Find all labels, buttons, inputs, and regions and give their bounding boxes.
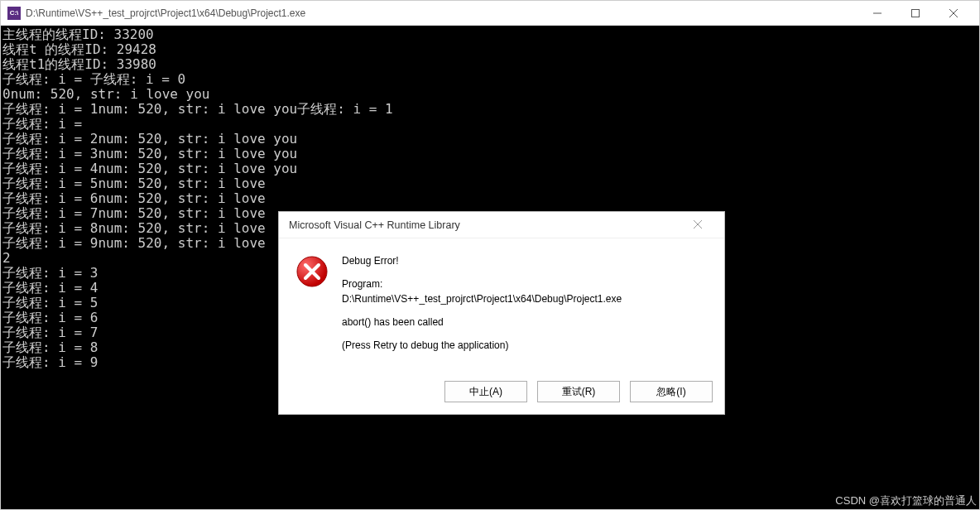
maximize-icon [911, 9, 920, 17]
close-icon [949, 9, 958, 17]
dialog-content: Debug Error! Program: D:\Runtime\VS++_te… [342, 253, 708, 361]
window-title: D:\Runtime\VS++_test_projrct\Project1\x6… [26, 7, 858, 19]
error-dialog: Microsoft Visual C++ Runtime Library Deb… [278, 211, 725, 415]
close-button[interactable] [934, 1, 973, 26]
dialog-title: Microsoft Visual C++ Runtime Library [289, 219, 681, 231]
minimize-icon [873, 9, 882, 17]
minimize-button[interactable] [858, 1, 896, 26]
dialog-message: abort() has been called [342, 315, 708, 330]
retry-button[interactable]: 重试(R) [537, 381, 620, 402]
titlebar: C:\ D:\Runtime\VS++_test_projrct\Project… [1, 1, 979, 26]
close-icon [694, 220, 702, 229]
dialog-titlebar: Microsoft Visual C++ Runtime Library [279, 212, 724, 238]
dialog-program: Program: D:\Runtime\VS++_test_projrct\Pr… [342, 277, 708, 306]
svg-rect-1 [912, 9, 920, 17]
error-icon [295, 255, 329, 288]
maximize-button[interactable] [896, 1, 934, 26]
dialog-body: Debug Error! Program: D:\Runtime\VS++_te… [279, 238, 724, 373]
ignore-button[interactable]: 忽略(I) [630, 381, 713, 402]
watermark: CSDN @喜欢打篮球的普通人 [835, 493, 977, 508]
dialog-heading: Debug Error! [342, 253, 708, 268]
window-controls [858, 1, 973, 26]
abort-button[interactable]: 中止(A) [444, 381, 527, 402]
dialog-close-button[interactable] [681, 219, 714, 231]
app-icon: C:\ [7, 7, 21, 20]
dialog-buttons: 中止(A) 重试(R) 忽略(I) [279, 373, 724, 414]
dialog-hint: (Press Retry to debug the application) [342, 338, 708, 353]
